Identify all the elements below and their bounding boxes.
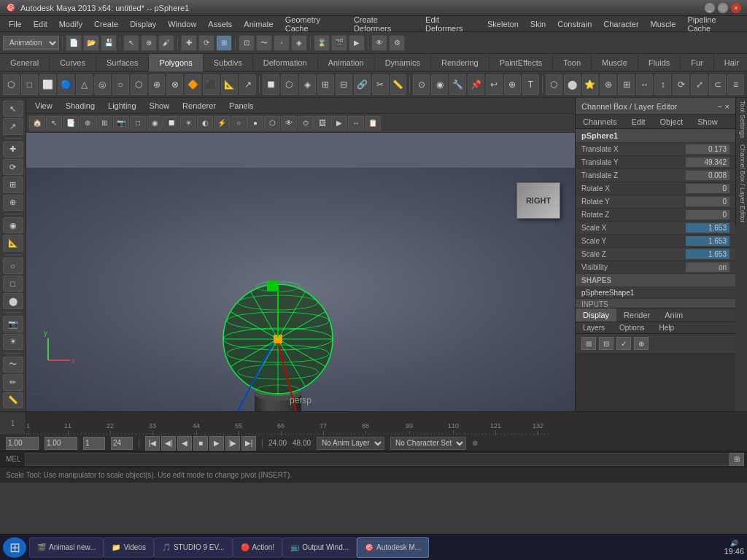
layer-icon-2[interactable]: ⊟	[599, 337, 614, 350]
vp-menu-shading[interactable]: Shading	[60, 100, 101, 112]
shelf-icon-16[interactable]: ⬡	[281, 74, 298, 95]
paint-select-button[interactable]: 🖌	[158, 35, 174, 51]
shelf-icon-20[interactable]: 🔗	[354, 74, 371, 95]
vp-menu-show[interactable]: Show	[144, 100, 176, 112]
layer-icon-3[interactable]: ✓	[616, 337, 631, 350]
channel-tab-edit[interactable]: Edit	[624, 115, 652, 128]
layer-tab-anim[interactable]: Anim	[657, 308, 690, 322]
lasso-select-button[interactable]: ⊕	[141, 35, 157, 51]
close-button[interactable]: ×	[731, 3, 741, 13]
tab-fur[interactable]: Fur	[681, 54, 714, 71]
vp-icon-home[interactable]: 🏠	[29, 116, 45, 131]
layer-sub-options[interactable]: Options	[612, 322, 651, 333]
taskbar-item-output[interactable]: 📺 Output Wind...	[282, 537, 357, 558]
layer-tab-render[interactable]: Render	[616, 308, 657, 322]
shelf-icon-1[interactable]: ⬡	[3, 74, 20, 95]
shelf-icon-22[interactable]: 📏	[390, 74, 407, 95]
vp-icon-select[interactable]: ↖	[46, 116, 62, 131]
shelf-icon-10[interactable]: ⊗	[166, 74, 183, 95]
tab-polygons[interactable]: Polygons	[149, 54, 203, 71]
vp-menu-view[interactable]: View	[29, 100, 58, 112]
vp-icon-textured[interactable]: 🔲	[163, 116, 179, 131]
vp-icon-wireframe[interactable]: ○	[231, 116, 247, 131]
shelf-icon-39[interactable]: ⊂	[709, 74, 726, 95]
vp-icon-playblast[interactable]: ▶	[331, 116, 347, 131]
scale-tool-lt[interactable]: ⊞	[3, 176, 23, 192]
channel-tab-show[interactable]: Show	[690, 115, 725, 128]
ch-value-translatez[interactable]: 0.008	[686, 171, 729, 180]
vp-icon-shadow[interactable]: ◐	[197, 116, 213, 131]
layer-tab-display[interactable]: Display	[576, 308, 616, 322]
render-button[interactable]: 🎬	[331, 35, 347, 51]
tab-fluids[interactable]: Fluids	[638, 54, 681, 71]
pencil-lt[interactable]: ✏	[3, 374, 23, 390]
menu-modify[interactable]: Modify	[53, 18, 88, 30]
shelf-icon-40[interactable]: ≡	[727, 74, 744, 95]
shelf-icon-27[interactable]: ↩	[486, 74, 503, 95]
status-frame-end[interactable]	[44, 437, 77, 450]
shelf-icon-38[interactable]: ⤢	[691, 74, 708, 95]
vp-icon-bounding[interactable]: ⬡	[264, 116, 280, 131]
taskbar-item-animasi[interactable]: 🎬 Animasi new...	[29, 537, 104, 558]
display-settings-button[interactable]: ⚙	[389, 35, 405, 51]
anim-layer-select[interactable]: No Anim Layer	[317, 437, 384, 450]
tab-rendering[interactable]: Rendering	[431, 54, 489, 71]
step-back-button[interactable]: ◀|	[161, 436, 176, 451]
vp-icon-sync[interactable]: ↔	[348, 116, 364, 131]
menu-display[interactable]: Display	[124, 18, 162, 30]
shelf-icon-23[interactable]: ⊙	[413, 74, 430, 95]
ch-value-translatex[interactable]: 0.173	[686, 144, 729, 154]
scale-tool-button[interactable]: ⊞	[216, 35, 232, 51]
shelf-icon-24[interactable]: ◉	[431, 74, 448, 95]
tab-dynamics[interactable]: Dynamics	[375, 54, 431, 71]
shelf-icon-3[interactable]: ⬜	[39, 74, 56, 95]
ch-value-translatey[interactable]: 49.342	[686, 158, 729, 167]
snap-curve-button[interactable]: 〜	[256, 35, 272, 51]
menu-create[interactable]: Create	[88, 18, 124, 30]
shelf-icon-9[interactable]: ⊕	[149, 74, 166, 95]
vp-icon-camera[interactable]: 📷	[113, 116, 129, 131]
vp-icon-light[interactable]: ☀	[180, 116, 196, 131]
snap-grid-button[interactable]: ⊡	[239, 35, 255, 51]
menu-animate[interactable]: Animate	[238, 18, 279, 30]
channel-box-minimize[interactable]: −	[717, 102, 721, 111]
tab-subdivs[interactable]: Subdivs	[204, 54, 253, 71]
vp-icon-bookmarks[interactable]: 📑	[63, 116, 79, 131]
menu-geometry-cache[interactable]: Geometry Cache	[279, 14, 348, 34]
menu-assets[interactable]: Assets	[202, 18, 238, 30]
ch-value-rotatey[interactable]: 0	[686, 197, 729, 206]
soft-select-lt[interactable]: ◉	[3, 217, 23, 233]
vp-icon-hud[interactable]: 📋	[365, 116, 381, 131]
character-set-select[interactable]: No Character Set	[390, 437, 466, 450]
sphere-lt[interactable]: ○	[3, 257, 23, 273]
shelf-icon-37[interactable]: ⟳	[673, 74, 689, 95]
status-current-frame[interactable]	[83, 437, 105, 450]
start-button[interactable]: ⊞	[3, 537, 26, 558]
ch-value-scaley[interactable]: 1.653	[686, 236, 729, 246]
universal-manip-lt[interactable]: ⊕	[3, 195, 23, 211]
ch-value-rotatex[interactable]: 0	[686, 184, 729, 193]
tab-surfaces[interactable]: Surfaces	[96, 54, 149, 71]
shelf-icon-36[interactable]: ↕	[654, 74, 671, 95]
history-button[interactable]: ⌛	[314, 35, 330, 51]
rotate-tool-lt[interactable]: ⟳	[3, 159, 23, 175]
vp-menu-lighting[interactable]: Lighting	[102, 100, 142, 112]
curve-lt[interactable]: 〜	[3, 357, 23, 373]
tab-toon[interactable]: Toon	[553, 54, 592, 71]
shelf-icon-13[interactable]: 📐	[221, 74, 238, 95]
shelf-icon-34[interactable]: ⊞	[618, 74, 635, 95]
status-frame-start[interactable]	[6, 437, 39, 450]
shelf-icon-18[interactable]: ⊞	[317, 74, 334, 95]
menu-skin[interactable]: Skin	[525, 18, 551, 30]
menu-edit[interactable]: Edit	[28, 18, 53, 30]
shelf-icon-25[interactable]: 🔧	[449, 74, 466, 95]
snap-point-button[interactable]: ◦	[274, 35, 290, 51]
vp-icon-grid[interactable]: ⊞	[96, 116, 112, 131]
tab-painteffects[interactable]: PaintEffects	[489, 54, 554, 71]
play-stop-button[interactable]: ■	[193, 436, 208, 451]
go-end-button[interactable]: ▶|	[241, 436, 256, 451]
menu-muscle[interactable]: Muscle	[645, 18, 682, 30]
shelf-icon-29[interactable]: T	[522, 74, 539, 95]
taskbar-item-studio9[interactable]: 🎵 STUDIO 9 EV...	[154, 537, 233, 558]
menu-constrain[interactable]: Constrain	[551, 18, 597, 30]
